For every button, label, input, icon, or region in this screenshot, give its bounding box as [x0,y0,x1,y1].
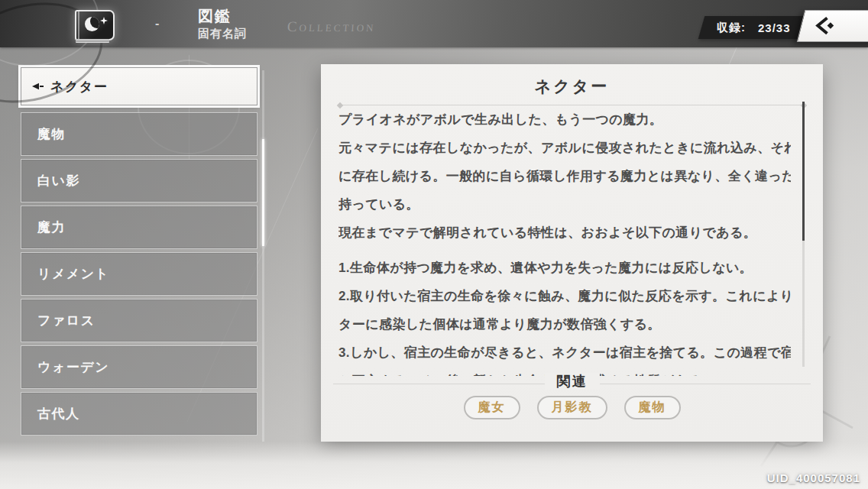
article-line: 2.取り付いた宿主の生命を徐々に蝕み、魔力に似た反応を示す。これにより、ネク [338,282,791,310]
detail-panel: ネクター プライオネがアボルで生み出した、もう一つの魔力。元々マテには存在しなか… [321,64,823,442]
sidebar-scrollbar[interactable] [262,70,264,442]
page-subtitle: 固有名詞 [198,27,247,41]
top-bar: - 図鑑 固有名詞 Collection 収録: 23/33 [0,0,868,47]
sidebar-item[interactable]: 魔力 [21,206,257,249]
encyclopedia-screen: - 図鑑 固有名詞 Collection 収録: 23/33 ネクター魔物白い影… [0,0,868,489]
related-tags-row: 魔女月影教魔物 [333,396,811,419]
crescent-moon-icon [85,17,99,31]
book-icon [75,10,115,40]
related-section: 関連 魔女月影教魔物 [333,373,811,419]
article-line: 持っている。 [338,190,791,219]
related-label: 関連 [545,373,600,390]
sidebar-item[interactable]: 魔物 [21,112,257,156]
article-line: ターに感染した個体は通常より魔力が数倍強くする。 [338,310,791,338]
article-line: 現在までマテで解明されている特性は、おおよそ以下の通りである。 [338,219,791,247]
article-line: 元々マテには存在しなかったが、アボルに侵攻されたときに流れ込み、それ以来マテ [338,134,791,162]
page-title: 図鑑 [198,8,247,24]
article-scrollbar-thumb[interactable] [802,102,805,241]
glossary-list: ネクター魔物白い影魔力リメメントファロスウォーデン古代人 [21,67,257,439]
sidebar-item-label: 白い影 [37,172,80,189]
related-tag-button[interactable]: 月影教 [537,396,607,419]
collection-count-badge: 収録: 23/33 [698,16,809,39]
sidebar-item-label: 古代人 [37,405,80,423]
article-line: プライオネがアボルで生み出した、もう一つの魔力。 [338,105,791,134]
collection-count-label: 収録: [717,21,746,35]
sidebar-item[interactable]: リメメント [21,252,257,296]
sidebar-item[interactable]: ウォーデン [21,345,257,389]
article-line [338,247,791,254]
uid-label: UID_400057081 [767,471,860,484]
collection-count-value: 23/33 [758,21,791,34]
sidebar-item-label: 魔物 [37,125,66,143]
header-title-group: 図鑑 固有名詞 [198,8,247,41]
sidebar-item-label: ウォーデン [37,358,109,376]
article-line: 3.しかし、宿主の生命が尽きると、ネクターは宿主を捨てる。この過程で宿主は狂う [338,338,791,367]
article-line: 1.生命体が持つ魔力を求め、遺体や力を失った魔力には反応しない。 [338,254,791,282]
related-tag-button[interactable]: 魔女 [464,396,520,419]
sidebar-item[interactable]: 古代人 [21,392,257,436]
back-button[interactable] [797,10,868,42]
article-body: プライオネがアボルで生み出した、もう一つの魔力。元々マテには存在しなかったが、ア… [338,105,791,376]
sidebar-item[interactable]: 白い影 [21,159,257,202]
back-chevron-icon [814,16,835,36]
sidebar-item[interactable]: ファロス [21,299,257,342]
sidebar-scrollbar-thumb[interactable] [262,139,264,246]
article-line: に存在し続ける。一般的に自ら循環し作用する魔力とは異なり、全く違った性質を [338,162,791,190]
header-dash: - [155,17,159,31]
article-scrollbar[interactable] [802,102,805,367]
sidebar-item-label: リメメント [37,265,110,283]
article-title: ネクター [321,64,823,97]
sidebar-item-label: 魔力 [37,219,66,236]
sidebar-item-label: ファロス [37,312,96,329]
related-tag-button[interactable]: 魔物 [624,396,681,419]
collection-watermark: Collection [287,18,376,35]
